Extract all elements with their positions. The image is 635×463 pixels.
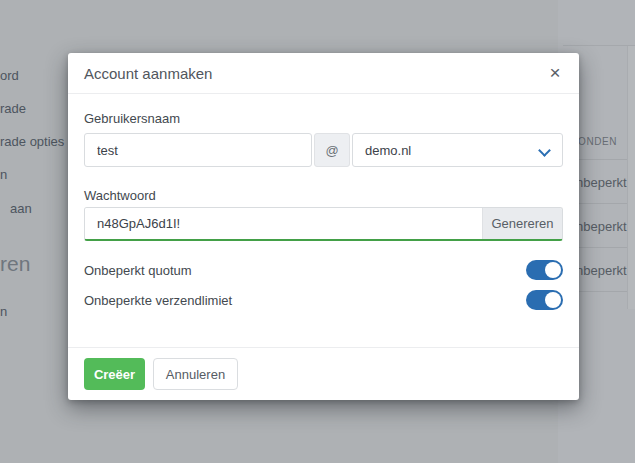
at-symbol: @ — [325, 143, 338, 158]
modal-header: Account aanmaken × — [68, 53, 579, 94]
chevron-down-icon — [538, 144, 551, 157]
background-right-strip — [628, 46, 635, 309]
sidebar-item-fragment: ord — [0, 68, 19, 83]
username-label: Gebruikersnaam — [84, 111, 180, 126]
create-button[interactable]: Creëer — [84, 358, 145, 390]
sidebar-item-fragment: n — [0, 304, 7, 319]
page: ord rade rade opties n aan ren n ONDEN O… — [0, 0, 635, 463]
password-row: Genereren — [84, 207, 563, 241]
close-icon: × — [549, 62, 560, 83]
sidebar-item-fragment: n — [0, 167, 7, 182]
sidebar-item-fragment: aan — [10, 201, 32, 216]
password-label: Wachtwoord — [84, 188, 156, 203]
domain-select-value: demo.nl — [365, 143, 411, 158]
username-input[interactable] — [84, 133, 312, 167]
generate-password-button[interactable]: Genereren — [482, 208, 562, 239]
unlimited-quota-label: Onbeperkt quotum — [84, 263, 192, 278]
modal-title: Account aanmaken — [84, 65, 212, 82]
unlimited-sendlimit-toggle[interactable] — [526, 290, 563, 310]
username-row: @ demo.nl — [84, 133, 563, 167]
background-table-header: ONDEN — [578, 136, 617, 147]
unlimited-sendlimit-label: Onbeperkte verzendlimiet — [84, 293, 232, 308]
create-account-modal: Account aanmaken × Gebruikersnaam @ demo… — [68, 53, 579, 400]
unlimited-quota-toggle[interactable] — [526, 260, 563, 280]
sidebar-item-fragment: rade opties — [0, 134, 64, 149]
background-heading-fragment: ren — [0, 252, 30, 276]
footer-divider — [68, 347, 579, 348]
sidebar-item-fragment: rade — [0, 101, 26, 116]
cancel-button[interactable]: Annuleren — [153, 358, 238, 390]
background-toolbar-divider — [563, 45, 635, 46]
toggle-knob — [545, 262, 561, 278]
domain-select[interactable]: demo.nl — [352, 133, 563, 167]
close-button[interactable]: × — [541, 59, 569, 87]
at-addon: @ — [314, 133, 350, 167]
toggle-knob — [545, 292, 561, 308]
password-input[interactable] — [85, 208, 482, 239]
